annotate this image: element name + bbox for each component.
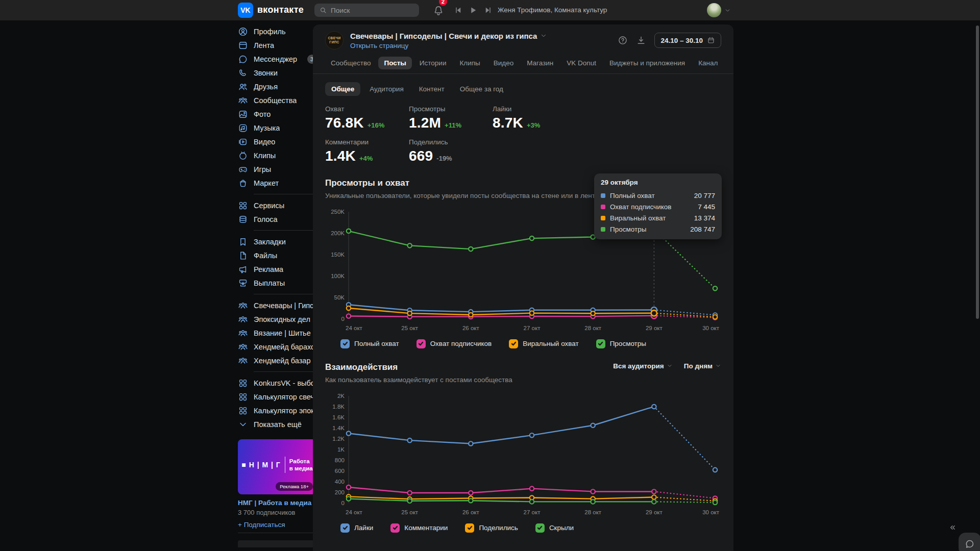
sidebar-item-свечевары-гипсо[interactable]: Свечевары | Гипсо... — [238, 298, 316, 312]
subtab-аудитория[interactable]: Аудитория — [363, 82, 409, 96]
open-page-link[interactable]: Открыть страницу — [350, 42, 547, 49]
tab-vk-donut[interactable]: VK Donut — [561, 57, 602, 69]
search-input[interactable] — [331, 7, 407, 14]
sidebar-item-мессенджер[interactable]: Мессенджер3 — [238, 52, 316, 66]
svg-text:0: 0 — [341, 316, 345, 322]
subtab-общее-за-год[interactable]: Общее за год — [454, 82, 509, 96]
checkbox-checked-icon[interactable] — [509, 339, 518, 348]
ad-logo: ■ Н | М | Г — [241, 461, 280, 469]
ad-banner[interactable]: ■ Н | М | Г Работа в медиа Реклама 18+ — [238, 439, 316, 494]
sidebar-item-лента[interactable]: Лента — [238, 38, 316, 52]
chevron-down-icon — [715, 363, 721, 369]
help-icon[interactable] — [618, 35, 628, 45]
sidebar-item-вязание-шитье[interactable]: Вязание | Шитье | ... — [238, 326, 316, 340]
checkbox-checked-icon[interactable] — [340, 339, 350, 348]
calendar-icon — [707, 36, 715, 44]
collapse-panel-icon[interactable] — [947, 522, 958, 533]
community-chevron-down-icon[interactable] — [540, 32, 547, 39]
bookmarks-icon — [238, 237, 248, 247]
checkbox-checked-icon[interactable] — [596, 339, 605, 348]
media-next-button[interactable] — [484, 6, 493, 15]
media-previous-button[interactable] — [453, 6, 462, 15]
sidebar-item-закладки[interactable]: Закладки — [238, 235, 316, 248]
legend-checkbox-лайки[interactable]: Лайки — [340, 523, 373, 533]
sidebar-item-маркет[interactable]: Маркет — [238, 176, 316, 190]
checkbox-checked-icon[interactable] — [465, 523, 474, 533]
tab-посты[interactable]: Посты — [378, 57, 411, 69]
checkbox-checked-icon[interactable] — [390, 523, 400, 533]
sidebar-item-хендмейд-барахо[interactable]: Хендмейд барахо... — [238, 340, 316, 354]
legend-checkbox-виральный-охват[interactable]: Виральный охват — [509, 339, 578, 348]
sidebar-item-видео[interactable]: Видео — [238, 135, 316, 148]
sidebar-item-профиль[interactable]: Профиль — [238, 24, 316, 38]
sidebar-item-label: Выплаты — [254, 279, 285, 287]
date-range-picker[interactable]: 24.10 – 30.10 — [654, 33, 721, 48]
subtab-общее[interactable]: Общее — [325, 82, 360, 96]
sidebar-item-калькулятор-свеч[interactable]: Калькулятор свеч... — [238, 390, 316, 404]
tooltip-row: Охват подписчиков7 445 — [601, 203, 715, 211]
tab-виджеты-и-приложения[interactable]: Виджеты и приложения — [604, 57, 691, 69]
chat-fab-button[interactable] — [959, 533, 980, 551]
svg-text:24 окт: 24 окт — [346, 325, 363, 331]
checkbox-checked-icon[interactable] — [535, 523, 545, 533]
interactions-line-chart[interactable]: 02004006008001K1.2K1.4K1.6K1.8K2K24 окт2… — [325, 390, 721, 518]
sidebar-item-эпоксидных-дел[interactable]: Эпоксидных дел ... — [238, 312, 316, 326]
svg-text:28 окт: 28 окт — [584, 325, 602, 331]
legend-checkbox-скрыли[interactable]: Скрыли — [535, 523, 574, 533]
stat-комментарии: Комментарии1.4K+4% — [325, 138, 409, 164]
ad-subscribe-button[interactable]: + Подписаться — [238, 521, 316, 529]
sidebar-item-файлы[interactable]: Файлы — [238, 248, 316, 262]
legend-checkbox-полный-охват[interactable]: Полный охват — [340, 339, 399, 348]
sidebar-item-выплаты[interactable]: Выплаты — [238, 276, 316, 290]
legend-checkbox-просмотры[interactable]: Просмотры — [596, 339, 646, 348]
scrollbar-thumb[interactable] — [976, 26, 979, 319]
sidebar-item-игры[interactable]: Игры — [238, 162, 316, 176]
chart-filter-по-дням[interactable]: По дням — [684, 362, 721, 370]
sidebar-item-клипы[interactable]: Клипы — [238, 148, 316, 162]
sidebar-item-хендмейд-базар[interactable]: Хендмейд базар | ... — [238, 354, 316, 367]
tab-клипы[interactable]: Клипы — [454, 57, 485, 69]
sidebar-item-сообщества[interactable]: Сообщества — [238, 93, 316, 107]
now-playing-track[interactable]: Женя Трофимов, Комната культуры... — [498, 6, 607, 14]
svg-text:26 окт: 26 окт — [462, 325, 480, 331]
sidebar-item-звонки[interactable]: Звонки — [238, 66, 316, 80]
community-avatar[interactable]: СВЕЧИ ГИПС — [325, 31, 344, 49]
svg-text:25 окт: 25 окт — [401, 509, 419, 515]
subtab-контент[interactable]: Контент — [413, 82, 451, 96]
legend-checkbox-поделились[interactable]: Поделились — [465, 523, 518, 533]
tab-магазин[interactable]: Магазин — [521, 57, 559, 69]
sidebar-item-фото[interactable]: Фото — [238, 107, 316, 121]
sidebar-item-показать-ещё[interactable]: Показать ещё — [238, 417, 316, 431]
checkbox-checked-icon[interactable] — [416, 339, 426, 348]
communities-icon — [238, 356, 248, 366]
legend-checkbox-комментарии[interactable]: Комментарии — [390, 523, 448, 533]
sidebar-item-друзья[interactable]: Друзья — [238, 80, 316, 93]
sidebar-item-калькулятор-эпок[interactable]: Калькулятор эпок... — [238, 404, 316, 417]
vk-logo[interactable]: VK — [238, 3, 253, 18]
sidebar-item-голоса[interactable]: Голоса — [238, 212, 316, 226]
tab-видео[interactable]: Видео — [488, 57, 519, 69]
communities-icon — [238, 300, 248, 311]
sidebar-item-музыка[interactable]: Музыка — [238, 121, 316, 135]
community-name-dropdown[interactable]: Свечевары | Гипсоделы | Свечи и декор из… — [350, 32, 547, 40]
vk-logo-text[interactable]: вконтакте — [257, 5, 304, 15]
svg-text:200: 200 — [335, 489, 345, 495]
user-avatar[interactable] — [707, 3, 721, 17]
sidebar-item-konkursvk-выбор[interactable]: KonkursVK - выбор... — [238, 376, 316, 390]
media-play-button[interactable] — [469, 6, 478, 15]
sidebar-item-реклама[interactable]: Реклама — [238, 262, 316, 276]
svg-text:100K: 100K — [331, 273, 345, 279]
legend-checkbox-охват-подписчиков[interactable]: Охват подписчиков — [416, 339, 492, 348]
search-bar[interactable] — [314, 4, 419, 17]
profile-menu-chevron-down-icon[interactable] — [724, 7, 731, 14]
divider — [254, 230, 316, 231]
ad-community-link[interactable]: НМГ | Работа в медиа — [238, 499, 316, 507]
tab-сообщество[interactable]: Сообщество — [325, 57, 376, 69]
chart-filter-вся-аудитория[interactable]: Вся аудитория — [613, 362, 673, 370]
checkbox-checked-icon[interactable] — [340, 523, 350, 533]
sidebar-item-сервисы[interactable]: Сервисы — [238, 198, 316, 212]
tab-канал[interactable]: Канал — [693, 57, 723, 69]
tab-истории[interactable]: Истории — [414, 57, 452, 69]
download-report-icon[interactable] — [636, 35, 646, 45]
notifications-bell-icon[interactable] — [433, 5, 444, 16]
